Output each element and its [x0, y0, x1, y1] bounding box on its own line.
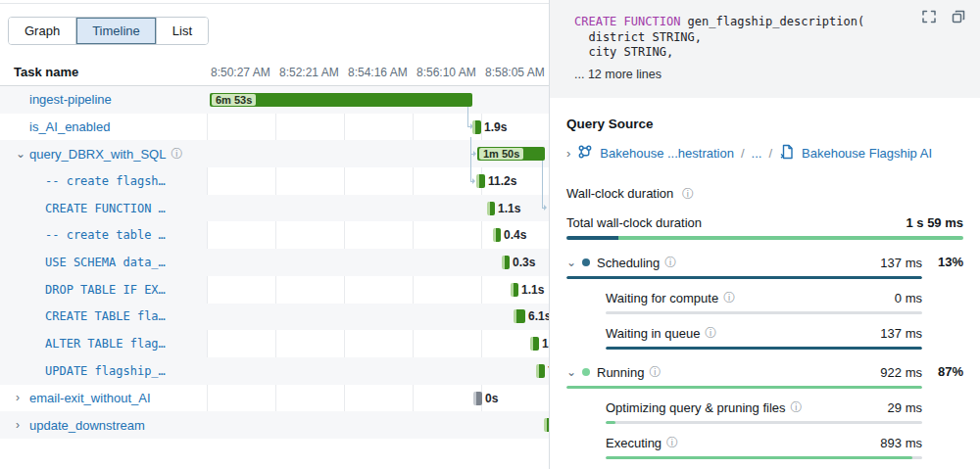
task-link[interactable]: ingest-pipeline [29, 92, 112, 107]
info-icon[interactable]: ⓘ [649, 364, 661, 381]
task-row: CREATE TABLE fla… [0, 304, 549, 331]
time-tick: 8:58:05 AM [485, 66, 545, 79]
scheduling-segment [566, 236, 618, 240]
info-icon[interactable]: ⓘ [666, 435, 678, 451]
duration-label: 11.2s [488, 174, 516, 188]
query-source-heading: Query Source [566, 117, 963, 131]
tab-timeline[interactable]: Timeline [76, 18, 157, 44]
notebook-icon [779, 144, 795, 163]
copy-icon[interactable] [951, 9, 966, 28]
breadcrumb-separator: / [768, 146, 772, 161]
gantt-bar[interactable]: 6m 53s [210, 93, 472, 107]
task-link[interactable]: UPDATE flagship_… [45, 364, 166, 378]
info-icon[interactable]: ⓘ [791, 399, 803, 416]
task-row: USE SCHEMA data_… [0, 249, 549, 276]
task-link[interactable]: query_DBRX_with_SQL [29, 147, 166, 162]
gantt-bar[interactable] [493, 228, 501, 242]
gantt-bar[interactable] [514, 309, 525, 323]
metric-bar [606, 311, 922, 314]
duration-label: 1.4 [542, 337, 549, 351]
duration-label: 6.1s [528, 309, 549, 323]
gantt-bar[interactable] [502, 256, 510, 269]
gantt-bar[interactable] [530, 337, 539, 351]
code-line: CREATE FUNCTION gen_flagship_description… [574, 15, 964, 30]
task-row: CREATE FUNCTION … [0, 195, 549, 222]
running-segment [618, 236, 963, 240]
scheduling-dot [582, 258, 590, 266]
gantt-bar[interactable]: 1m 50s [477, 147, 545, 161]
metric-scheduling: ⌄ Scheduling ⓘ 137 ms 13% [566, 253, 963, 279]
query-source-breadcrumb: › Bakehouse ...hestration / ... / Bakeho… [566, 144, 963, 163]
info-icon[interactable]: ⓘ [664, 255, 676, 271]
wall-clock-section-label: Wall-clock duration ⓘ [566, 186, 963, 203]
timeline-pane: Graph Timeline List Task name 8:50:27 AM… [0, 0, 549, 469]
metric-percent: 13% [922, 253, 963, 279]
metric-value: 893 ms [880, 436, 922, 450]
info-icon[interactable]: ⓘ [682, 187, 694, 201]
chevron-right-icon[interactable]: › [16, 393, 29, 402]
task-link[interactable]: -- create table … [45, 228, 166, 242]
tab-graph[interactable]: Graph [9, 18, 76, 44]
gantt-bar[interactable] [473, 392, 482, 405]
gantt-bar[interactable] [536, 364, 545, 378]
dependency-connector [542, 161, 543, 208]
chevron-right-icon[interactable]: › [566, 146, 570, 161]
total-label: Total wall-clock duration [566, 215, 702, 230]
task-row: UPDATE flagship_… [0, 357, 549, 385]
time-tick: 8:52:21 AM [279, 66, 339, 79]
gantt-bar[interactable] [511, 283, 518, 297]
time-tick: 8:56:10 AM [416, 66, 476, 79]
metric-executing: Executing ⓘ 893 ms [566, 433, 963, 459]
metric-waiting-queue: Waiting in queue ⓘ 137 ms [566, 323, 963, 350]
task-row: DROP TABLE IF EX… [0, 276, 549, 304]
metric-bar [606, 347, 922, 350]
gantt-bar[interactable] [487, 202, 495, 215]
task-link[interactable]: ALTER TABLE flag… [45, 337, 166, 351]
metric-label: Running [597, 365, 644, 380]
chevron-down-icon[interactable]: ⌄ [566, 258, 582, 266]
task-row: › email-exit_without_AI [0, 385, 549, 412]
breadcrumb-link[interactable]: Bakehouse Flagship AI [802, 146, 932, 161]
task-row: › update_downstream [0, 411, 549, 439]
duration-label: 0s [485, 392, 498, 405]
duration-label: 1.9s [484, 120, 507, 134]
info-icon[interactable]: ⓘ [705, 325, 716, 342]
metric-value: 137 ms [880, 326, 922, 341]
chevron-down-icon[interactable]: ⌄ [566, 368, 582, 376]
breadcrumb-separator: / [741, 146, 745, 161]
breadcrumb-link[interactable]: ... [752, 146, 762, 161]
task-link[interactable]: is_AI_enabled [29, 119, 110, 134]
tab-list[interactable]: List [157, 18, 208, 44]
dependency-connector [467, 107, 468, 126]
metric-value: 29 ms [888, 400, 922, 415]
more-lines-label[interactable]: ... 12 more lines [574, 68, 964, 81]
chevron-right-icon[interactable]: › [16, 420, 29, 430]
metric-value: 922 ms [880, 365, 922, 380]
info-icon[interactable]: ⓘ [723, 290, 735, 306]
total-duration-bar [566, 236, 963, 240]
view-switcher: Graph Timeline List [8, 17, 209, 45]
breadcrumb-link[interactable]: Bakehouse ...hestration [600, 146, 734, 161]
task-name-header: Task name [14, 65, 78, 79]
task-row: -- create table … [0, 221, 549, 249]
metric-bar [566, 386, 922, 389]
total-wall-clock-row: Total wall-clock duration 1 s 59 ms [566, 215, 963, 230]
gantt-bar[interactable] [476, 174, 485, 188]
duration-chip: 6m 53s [212, 94, 256, 106]
task-link[interactable]: CREATE TABLE fla… [45, 309, 166, 323]
gantt-bar[interactable] [472, 120, 481, 134]
task-link[interactable]: DROP TABLE IF EX… [45, 283, 166, 297]
task-link[interactable]: email-exit_without_AI [29, 391, 151, 405]
task-row: -- create flagsh… [0, 167, 549, 195]
metric-label: Optimizing query & pruning files [606, 400, 786, 415]
task-link[interactable]: -- create flagsh… [45, 174, 166, 188]
info-icon[interactable]: ⓘ [171, 146, 182, 163]
running-dot [582, 368, 590, 376]
chevron-down-icon[interactable]: ⌄ [16, 149, 29, 159]
duration-label: 0.4s [504, 228, 526, 242]
task-link[interactable]: update_downstream [29, 418, 145, 433]
task-link[interactable]: CREATE FUNCTION … [45, 202, 166, 215]
metric-bar [566, 276, 922, 279]
task-link[interactable]: USE SCHEMA data_… [45, 256, 166, 269]
expand-icon[interactable] [921, 9, 937, 28]
